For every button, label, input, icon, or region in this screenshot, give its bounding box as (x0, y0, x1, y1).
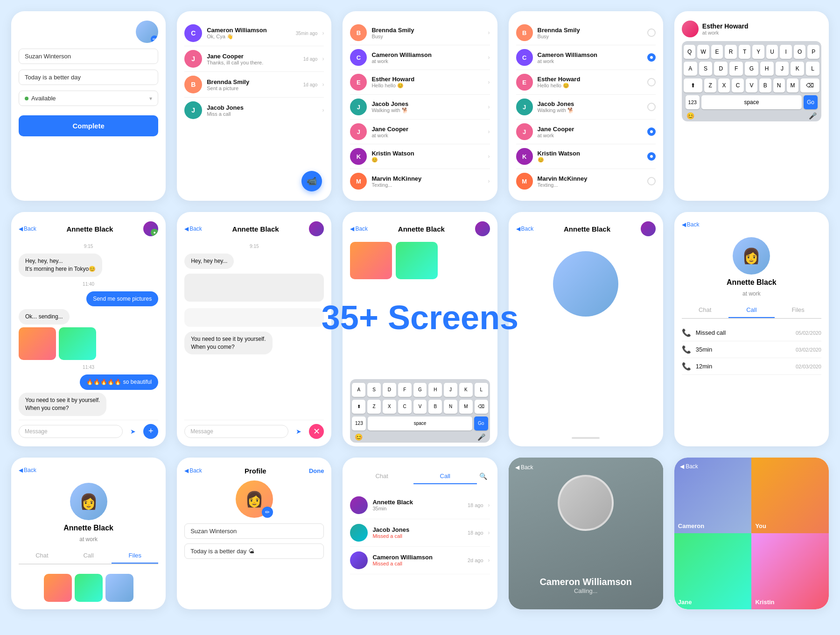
tab-call[interactable]: Call (65, 548, 112, 564)
radio-button[interactable] (647, 152, 656, 161)
key-space[interactable]: space (701, 95, 802, 109)
key-n[interactable]: N (773, 78, 785, 92)
key-e[interactable]: E (711, 45, 723, 59)
edit-photo-button[interactable]: ✏ (262, 507, 273, 518)
radio-button[interactable] (647, 177, 656, 185)
key-s[interactable]: S (367, 383, 381, 397)
chat-list-item[interactable]: M Marvin McKinney Texting... (516, 169, 656, 193)
tab-chat[interactable]: Chat (682, 303, 728, 318)
key-g[interactable]: G (745, 62, 758, 76)
key-n[interactable]: N (444, 400, 457, 414)
key-o[interactable]: O (794, 45, 806, 59)
key-m[interactable]: M (787, 78, 798, 92)
key-space[interactable]: space (368, 416, 472, 430)
chat-list-item[interactable]: C Cameron Williamson at work › (350, 45, 490, 70)
chat-list-item[interactable]: J Jacob Jones Miss a call › (184, 98, 324, 123)
chat-list-item[interactable]: J Jane Cooper Thanks, ill call you there… (184, 46, 324, 72)
key-w[interactable]: W (697, 45, 709, 59)
key-f[interactable]: F (398, 383, 412, 397)
key-l[interactable]: L (806, 62, 819, 76)
chat-list-item[interactable]: B Brennda Smily Sent a picture 1d ago › (184, 72, 324, 98)
key-d[interactable]: D (383, 383, 396, 397)
chat-list-item[interactable]: M Marvin McKinney Texting... › (350, 169, 490, 193)
key-q[interactable]: Q (684, 45, 696, 59)
key-u[interactable]: U (766, 45, 778, 59)
send-button[interactable]: ➤ (126, 425, 140, 438)
profile-name-input[interactable]: Suzan Winterson (184, 523, 324, 539)
key-c[interactable]: C (732, 78, 743, 92)
tab-call[interactable]: Call (728, 303, 775, 318)
chat-list-item[interactable]: J Jacob Jones Walking with 🐕 (516, 95, 656, 120)
key-k[interactable]: K (791, 62, 804, 76)
close-button[interactable]: ✕ (309, 424, 324, 439)
key-r[interactable]: R (725, 45, 737, 59)
complete-button[interactable]: Complete (19, 115, 158, 136)
back-button[interactable]: ◀ Back (515, 464, 533, 471)
key-h[interactable]: H (760, 62, 774, 76)
back-button[interactable]: ◀ Back (516, 226, 534, 232)
radio-button[interactable] (647, 78, 656, 86)
back-button[interactable]: ◀ Back (680, 463, 698, 470)
chat-list-item[interactable]: K Kristin Watson 😊 › (350, 144, 490, 169)
key-c[interactable]: C (398, 400, 412, 414)
key-k[interactable]: K (459, 383, 473, 397)
key-go[interactable]: Go (804, 95, 818, 109)
key-j[interactable]: J (444, 383, 457, 397)
key-a[interactable]: A (684, 62, 697, 76)
radio-button[interactable] (647, 53, 656, 62)
key-g[interactable]: G (413, 383, 427, 397)
key-l[interactable]: L (475, 383, 488, 397)
tab-files[interactable]: Files (112, 548, 158, 564)
availability-dropdown[interactable]: Available ▾ (19, 91, 158, 106)
tab-call[interactable]: Call (413, 469, 477, 484)
chat-list-item[interactable]: B Brennda Smily Busy › (350, 21, 490, 45)
chat-list-item[interactable]: C Cameron Williamson at work (516, 45, 656, 70)
key-b[interactable]: B (759, 78, 771, 92)
key-t[interactable]: T (739, 45, 751, 59)
chat-list-item[interactable]: E Esther Howard Hello hello 😊 › (350, 70, 490, 95)
key-shift[interactable]: ⬆ (352, 400, 365, 414)
key-123[interactable]: 123 (686, 95, 700, 109)
key-v[interactable]: V (746, 78, 757, 92)
search-button[interactable]: 🔍 (477, 470, 490, 483)
back-button[interactable]: ◀ Back (184, 467, 202, 474)
chat-list-item[interactable]: B Brennda Smily Busy (516, 21, 656, 45)
back-button[interactable]: ◀ Back (184, 226, 202, 232)
mic-icon[interactable]: 🎤 (477, 433, 485, 441)
message-input[interactable]: Message (19, 425, 123, 438)
chat-list-item[interactable]: K Kristin Watson 😊 (516, 144, 656, 169)
back-button[interactable]: ◀ Back (19, 226, 36, 232)
key-s[interactable]: S (699, 62, 713, 76)
tab-chat[interactable]: Chat (19, 548, 65, 564)
emoji-icon[interactable]: 😊 (355, 433, 363, 441)
key-v[interactable]: V (413, 400, 427, 414)
key-m[interactable]: M (459, 400, 473, 414)
done-button[interactable]: Done (309, 467, 324, 474)
status-input[interactable]: Today is a better day (19, 70, 158, 85)
profile-status-input[interactable]: Today is a better day 🌤 (184, 543, 324, 559)
video-fab-button[interactable]: 📹 (301, 171, 322, 191)
edit-badge[interactable]: ✏ (151, 35, 158, 43)
key-z[interactable]: Z (704, 78, 716, 92)
key-y[interactable]: Y (752, 45, 764, 59)
key-x[interactable]: X (383, 400, 396, 414)
chat-list-item[interactable]: J Jacob Jones Walking with 🐕 › (350, 95, 490, 120)
key-z[interactable]: Z (367, 400, 381, 414)
back-button[interactable]: ◀ Back (19, 467, 36, 473)
key-p[interactable]: P (807, 45, 819, 59)
back-button[interactable]: ◀ Back (350, 226, 368, 232)
key-i[interactable]: I (780, 45, 792, 59)
back-button[interactable]: ◀ Back (682, 221, 700, 228)
key-shift[interactable]: ⬆ (684, 78, 703, 92)
message-input[interactable]: Message (184, 425, 288, 438)
mic-icon[interactable]: 🎤 (809, 112, 817, 120)
chat-list-item[interactable]: J Jane Cooper at work (516, 120, 656, 144)
chat-list-item[interactable]: C Cameron Williamson Ok, Cya 👋 35min ago… (184, 21, 324, 46)
key-j[interactable]: J (776, 62, 789, 76)
chat-list-item[interactable]: E Esther Howard Hello hello 😊 (516, 70, 656, 95)
add-button[interactable]: + (143, 424, 158, 439)
tab-chat[interactable]: Chat (350, 469, 413, 484)
key-f[interactable]: F (729, 62, 743, 76)
key-backspace[interactable]: ⌫ (475, 400, 488, 414)
radio-button[interactable] (647, 28, 656, 37)
